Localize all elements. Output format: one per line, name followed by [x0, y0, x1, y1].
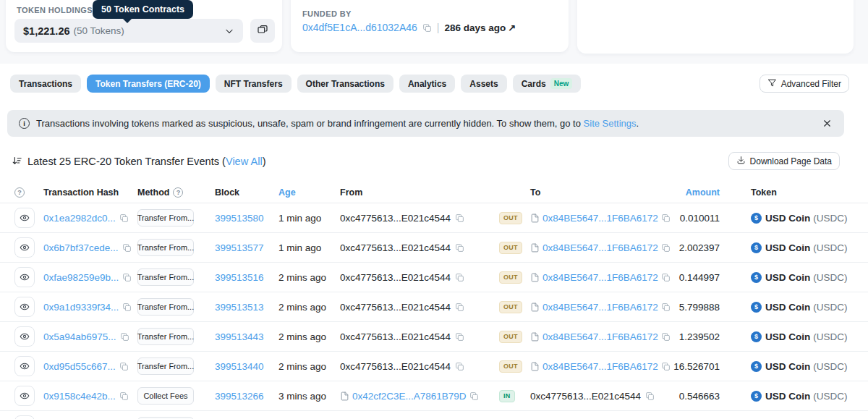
- block-link[interactable]: 399513580: [215, 213, 264, 224]
- funder-address-link[interactable]: 0x4df5E1cA...d61032A46: [302, 22, 417, 33]
- amount-text: 0.010011: [680, 213, 720, 224]
- copy-icon[interactable]: [119, 392, 129, 401]
- funnel-icon: [767, 78, 777, 90]
- tab-transactions[interactable]: Transactions: [10, 75, 81, 93]
- method-help-icon[interactable]: [173, 187, 183, 198]
- from-address-link[interactable]: 0x42cf2C3E...A7861B79D: [352, 391, 467, 402]
- tab-cards[interactable]: CardsNew: [513, 75, 582, 93]
- block-link[interactable]: 399513266: [215, 391, 264, 402]
- tab-analytics[interactable]: Analytics: [399, 75, 455, 93]
- token-link[interactable]: USD Coin(USDC): [765, 302, 848, 313]
- method-button[interactable]: Transfer From...: [137, 357, 194, 375]
- funded-age-link[interactable]: 286 days ago: [444, 22, 516, 33]
- copy-icon[interactable]: [645, 392, 655, 401]
- age-text: 2 mins ago: [278, 272, 326, 283]
- tx-hash-link[interactable]: 0x6b7bf37cede...: [43, 242, 119, 253]
- from-address: 0xc4775613...E021c4544: [340, 242, 451, 253]
- direction-badge: OUT: [499, 331, 522, 343]
- eye-button[interactable]: [14, 237, 35, 258]
- copy-icon[interactable]: [119, 213, 129, 223]
- eye-button[interactable]: [14, 208, 35, 228]
- hidden-tokens-banner: Transactions involving tokens marked as …: [7, 110, 844, 137]
- tab-bar: Transactions Token Transfers (ERC-20) NF…: [0, 64, 868, 93]
- to-address-link[interactable]: 0x84BE5647...1F6BA6172: [542, 242, 658, 253]
- to-address-link[interactable]: 0x84BE5647...1F6BA6172: [542, 361, 658, 372]
- block-link[interactable]: 399513577: [215, 242, 264, 253]
- method-button[interactable]: Transfer From...: [137, 328, 194, 345]
- header-amount-toggle[interactable]: Amount: [686, 187, 720, 198]
- block-link[interactable]: 399513516: [215, 272, 264, 283]
- copy-icon[interactable]: [119, 362, 129, 371]
- eye-button[interactable]: [14, 297, 35, 317]
- to-address-link[interactable]: 0x84BE5647...1F6BA6172: [542, 331, 658, 342]
- copy-icon[interactable]: [455, 243, 464, 253]
- eye-button[interactable]: [14, 267, 35, 287]
- eye-button[interactable]: [14, 326, 35, 347]
- token-contracts-tooltip: 50 Token Contracts: [93, 0, 193, 19]
- tab-token-transfers[interactable]: Token Transfers (ERC-20): [87, 75, 210, 93]
- copy-icon[interactable]: [422, 23, 432, 33]
- eye-button[interactable]: [14, 415, 35, 419]
- token-link[interactable]: USD Coin(USDC): [765, 242, 848, 253]
- block-link[interactable]: 399513443: [215, 331, 264, 342]
- download-icon: [736, 156, 746, 167]
- copy-icon[interactable]: [455, 332, 464, 342]
- header-age-toggle[interactable]: Age: [278, 187, 296, 198]
- to-address-link[interactable]: 0x84BE5647...1F6BA6172: [542, 213, 658, 224]
- usdc-icon: [751, 213, 762, 224]
- copy-icon[interactable]: [455, 302, 464, 312]
- copy-icon[interactable]: [120, 332, 129, 342]
- funded-by-label: FUNDED BY: [302, 9, 352, 18]
- copy-icon[interactable]: [122, 243, 132, 253]
- to-address-link[interactable]: 0x84BE5647...1F6BA6172: [542, 302, 658, 313]
- token-link[interactable]: USD Coin(USDC): [765, 391, 848, 402]
- from-address: 0xc4775613...E021c4544: [340, 361, 451, 372]
- direction-badge: OUT: [499, 271, 522, 284]
- view-all-link[interactable]: View All: [226, 156, 263, 167]
- method-button[interactable]: Transfer From...: [137, 298, 194, 316]
- site-settings-link[interactable]: Site Settings: [584, 118, 637, 129]
- tx-hash-link[interactable]: 0x9158c4e42b...: [43, 391, 116, 402]
- token-link[interactable]: USD Coin(USDC): [765, 213, 848, 224]
- amount-text: 16.526701: [673, 361, 720, 372]
- tab-other-transactions[interactable]: Other Transactions: [297, 75, 393, 93]
- divider: |: [437, 22, 440, 33]
- amount-text: 5.799888: [679, 302, 720, 313]
- copy-icon[interactable]: [122, 302, 132, 312]
- method-button[interactable]: Transfer From...: [137, 209, 194, 227]
- copy-icon[interactable]: [455, 273, 464, 282]
- token-link[interactable]: USD Coin(USDC): [765, 331, 848, 342]
- token-link[interactable]: USD Coin(USDC): [765, 361, 848, 372]
- from-address: 0xc4775613...E021c4544: [340, 331, 451, 342]
- tab-assets[interactable]: Assets: [461, 75, 506, 93]
- wallet-cards-button[interactable]: [250, 19, 275, 43]
- copy-icon[interactable]: [469, 392, 479, 401]
- method-button[interactable]: Transfer From...: [137, 239, 194, 256]
- advanced-filter-button[interactable]: Advanced Filter: [760, 75, 849, 93]
- copy-icon[interactable]: [122, 273, 132, 282]
- to-address-link[interactable]: 0x84BE5647...1F6BA6172: [542, 272, 658, 283]
- table-row: 0x1ea2982dc0... Transfer From... 3995135…: [0, 203, 868, 233]
- tx-hash-link[interactable]: 0x1ea2982dc0...: [43, 213, 116, 224]
- token-link[interactable]: USD Coin(USDC): [765, 272, 848, 283]
- tab-nft-transfers[interactable]: NFT Transfers: [216, 75, 292, 93]
- method-button[interactable]: Transfer From...: [137, 268, 194, 286]
- method-button[interactable]: Collect Fees: [137, 387, 194, 405]
- banner-text: Transactions involving tokens marked as …: [36, 118, 639, 129]
- eye-button[interactable]: [14, 386, 35, 406]
- block-link[interactable]: 399513513: [215, 302, 264, 313]
- tx-hash-link[interactable]: 0xd95d55c667...: [43, 361, 116, 372]
- block-link[interactable]: 399513440: [215, 361, 264, 372]
- eye-button[interactable]: [14, 356, 35, 376]
- copy-icon[interactable]: [455, 362, 464, 371]
- info-icon: [19, 118, 30, 129]
- help-icon[interactable]: [14, 187, 25, 198]
- tx-hash-link[interactable]: 0x5a94ab6975...: [43, 331, 116, 342]
- table-row: 0x9a1d9339f34... Transfer From... 399513…: [0, 292, 868, 322]
- copy-icon[interactable]: [455, 213, 464, 223]
- tx-hash-link[interactable]: 0xfae98259e9b...: [43, 272, 119, 283]
- download-page-data-button[interactable]: Download Page Data: [728, 152, 840, 170]
- tx-hash-link[interactable]: 0x9a1d9339f34...: [43, 302, 119, 313]
- token-holdings-card: TOKEN HOLDINGS 50 Token Contracts $1,221…: [6, 0, 282, 52]
- close-icon[interactable]: [822, 118, 833, 129]
